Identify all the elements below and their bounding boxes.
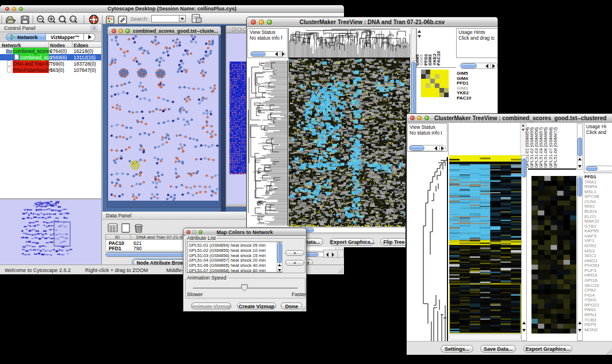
svg-text:1:1: 1:1 xyxy=(71,18,76,21)
